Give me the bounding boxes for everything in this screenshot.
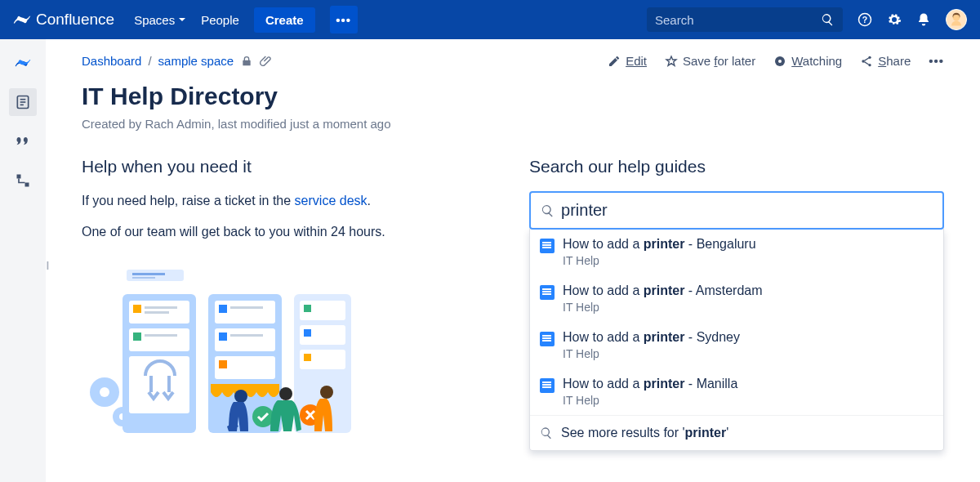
global-search-input[interactable] bbox=[655, 13, 821, 27]
page-icon bbox=[540, 332, 555, 346]
action-save-label: Save for later bbox=[683, 54, 755, 68]
svg-rect-8 bbox=[25, 183, 29, 187]
livesearch-result[interactable]: How to add a printer - SydneyIT Help bbox=[530, 322, 943, 368]
nav-people-label: People bbox=[201, 13, 239, 27]
sidebar-pages[interactable] bbox=[9, 88, 37, 116]
right-heading: Search our help guides bbox=[529, 157, 944, 176]
livesearch-result[interactable]: How to add a printer - ManillaIT Help bbox=[530, 368, 943, 415]
svg-rect-33 bbox=[230, 306, 263, 309]
result-space: IT Help bbox=[563, 347, 740, 360]
svg-rect-27 bbox=[133, 332, 141, 341]
action-share[interactable]: Share bbox=[860, 54, 911, 68]
service-desk-link[interactable]: service desk bbox=[295, 194, 368, 208]
product-logo[interactable]: Confluence bbox=[13, 11, 114, 29]
action-watching[interactable]: Watching bbox=[773, 54, 842, 68]
svg-point-15 bbox=[100, 387, 109, 397]
top-navbar: Confluence Spaces People Create ••• ? bbox=[0, 0, 980, 39]
confluence-icon bbox=[13, 11, 31, 29]
left-column: Help when you need it If you need help, … bbox=[82, 157, 497, 461]
action-save-for-later[interactable]: Save for later bbox=[665, 54, 755, 68]
svg-rect-19 bbox=[132, 273, 165, 275]
svg-rect-35 bbox=[219, 332, 227, 341]
action-share-label: Share bbox=[878, 54, 911, 68]
help-illustration bbox=[82, 261, 351, 457]
result-space: IT Help bbox=[563, 254, 756, 267]
svg-rect-28 bbox=[145, 334, 177, 337]
svg-rect-25 bbox=[145, 311, 169, 314]
breadcrumb: Dashboard / sample space bbox=[82, 54, 273, 68]
chevron-down-icon bbox=[178, 16, 186, 24]
livesearch-box[interactable] bbox=[529, 191, 944, 230]
svg-rect-39 bbox=[211, 384, 279, 392]
star-icon bbox=[665, 55, 678, 68]
page-icon bbox=[540, 239, 555, 253]
action-edit-label: Edit bbox=[626, 54, 647, 68]
svg-point-47 bbox=[234, 390, 247, 403]
product-name: Confluence bbox=[36, 11, 114, 29]
sidebar-page-tree[interactable] bbox=[9, 167, 37, 194]
livesearch-see-more[interactable]: See more results for 'printer' bbox=[530, 415, 943, 450]
action-more[interactable]: ••• bbox=[929, 54, 944, 68]
nav-spaces-label: Spaces bbox=[134, 13, 175, 27]
result-title: How to add a printer - Bengaluru bbox=[563, 237, 756, 252]
nav-more-button[interactable]: ••• bbox=[330, 6, 358, 33]
tree-icon bbox=[15, 172, 31, 189]
left-heading: Help when you need it bbox=[82, 157, 497, 176]
svg-rect-7 bbox=[17, 175, 21, 179]
nav-right-icons: ? bbox=[858, 9, 967, 30]
search-icon bbox=[540, 426, 553, 440]
action-edit[interactable]: Edit bbox=[608, 54, 647, 68]
svg-rect-36 bbox=[230, 334, 263, 337]
restrictions-icon[interactable] bbox=[240, 55, 253, 68]
pencil-icon bbox=[608, 55, 621, 68]
left-p1: If you need help, raise a ticket in the … bbox=[82, 191, 497, 211]
result-space: IT Help bbox=[563, 394, 737, 407]
nav-spaces[interactable]: Spaces bbox=[134, 13, 186, 27]
result-title: How to add a printer - Amsterdam bbox=[563, 283, 763, 298]
sidebar-resize-handle[interactable]: || bbox=[47, 261, 47, 270]
page-icon bbox=[15, 94, 31, 110]
nav-items: Spaces People Create ••• bbox=[134, 6, 357, 33]
notifications-icon[interactable] bbox=[916, 12, 931, 27]
svg-rect-24 bbox=[145, 306, 177, 309]
livesearch-result[interactable]: How to add a printer - AmsterdamIT Help bbox=[530, 275, 943, 322]
space-sidebar: || bbox=[0, 39, 46, 482]
livesearch-dropdown: How to add a printer - BengaluruIT HelpH… bbox=[529, 229, 944, 451]
sidebar-space-home[interactable] bbox=[9, 49, 37, 77]
confluence-icon bbox=[15, 55, 31, 71]
profile-avatar[interactable] bbox=[946, 9, 967, 30]
svg-rect-23 bbox=[133, 305, 141, 313]
page-actions: Edit Save for later Watching Share ••• bbox=[608, 54, 944, 68]
settings-icon[interactable] bbox=[887, 12, 902, 27]
search-icon bbox=[821, 12, 835, 27]
help-icon[interactable]: ? bbox=[858, 12, 872, 27]
eye-icon bbox=[773, 55, 786, 68]
global-search[interactable] bbox=[647, 7, 843, 32]
svg-rect-29 bbox=[129, 356, 189, 413]
crumb-sep: / bbox=[148, 54, 151, 68]
svg-rect-46 bbox=[304, 354, 311, 361]
result-space: IT Help bbox=[563, 301, 763, 314]
share-icon bbox=[860, 55, 873, 68]
page-content: Dashboard / sample space Edit Save for l… bbox=[46, 39, 980, 482]
create-button[interactable]: Create bbox=[254, 7, 315, 33]
svg-rect-42 bbox=[304, 305, 311, 312]
crumb-dashboard[interactable]: Dashboard bbox=[82, 54, 141, 68]
action-watching-label: Watching bbox=[791, 54, 842, 68]
svg-rect-20 bbox=[132, 277, 155, 279]
nav-people[interactable]: People bbox=[201, 13, 239, 27]
avatar-face-icon bbox=[949, 12, 964, 27]
sidebar-blog[interactable] bbox=[9, 127, 37, 155]
page-icon bbox=[540, 378, 555, 393]
crumb-space[interactable]: sample space bbox=[158, 54, 234, 68]
attachments-icon[interactable] bbox=[260, 55, 273, 68]
livesearch-result[interactable]: How to add a printer - BengaluruIT Help bbox=[530, 229, 943, 275]
right-column: Search our help guides How to add a prin… bbox=[529, 157, 944, 461]
left-p2: One of our team will get back to you wit… bbox=[82, 222, 497, 242]
svg-rect-38 bbox=[219, 360, 227, 368]
search-icon bbox=[541, 203, 555, 218]
svg-rect-44 bbox=[304, 329, 311, 337]
livesearch-input[interactable] bbox=[561, 201, 933, 220]
see-more-label: See more results for 'printer' bbox=[561, 426, 728, 440]
svg-point-10 bbox=[778, 60, 782, 63]
